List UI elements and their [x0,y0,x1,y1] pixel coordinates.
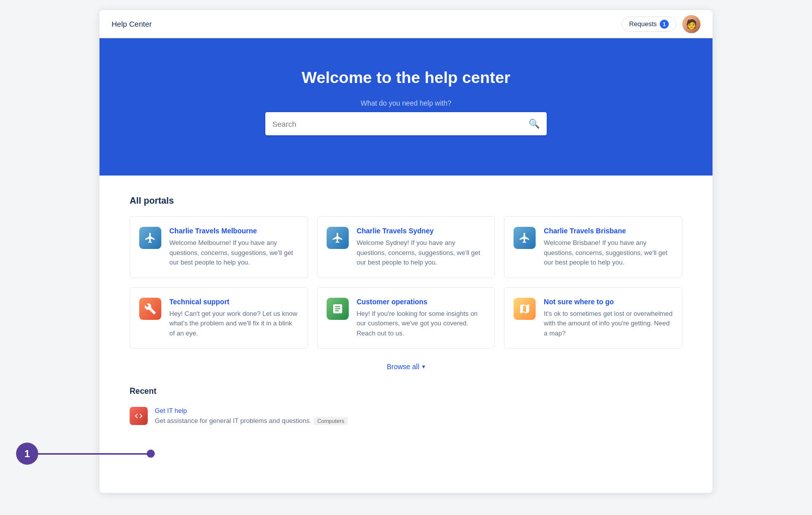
chevron-down-icon: ▾ [422,363,425,370]
hero-title: Welcome to the help center [301,68,511,87]
portal-info-notsure: Not sure where to go It's ok to sometime… [544,298,673,338]
recent-title: Recent [130,387,682,396]
portal-card-melbourne[interactable]: Charlie Travels Melbourne Welcome Melbou… [130,216,308,278]
requests-button[interactable]: Requests 1 [622,17,676,32]
portal-card-brisbane[interactable]: Charlie Travels Brisbane Welcome Brisban… [504,216,682,278]
requests-label: Requests [629,20,657,28]
portal-name-brisbane: Charlie Travels Brisbane [544,227,673,235]
portal-name-melbourne: Charlie Travels Melbourne [169,227,298,235]
site-title: Help Center [112,20,152,28]
portal-info-operations: Customer operations Hey! If you're looki… [357,298,486,338]
recent-item: Get IT help Get assistance for general I… [130,403,682,429]
portal-name-notsure: Not sure where to go [544,298,673,306]
step-line [37,453,148,455]
avatar-image: 🧑 [682,15,700,33]
step-dot [147,450,155,458]
search-box: 🔍 [265,112,547,135]
main-container: Help Center Requests 1 🧑 Welcome to the … [99,10,713,493]
portal-name-technical: Technical support [169,298,298,306]
step-indicator: 1 [16,443,155,465]
portal-desc-notsure: It's ok to sometimes get lost or overwhe… [544,309,673,338]
portal-icon-melbourne [139,227,161,249]
outer-wrapper: Help Center Requests 1 🧑 Welcome to the … [0,0,812,515]
recent-item-desc: Get assistance for general IT problems a… [155,417,312,424]
content-area: All portals Charlie Travels Melbourne We… [99,176,713,449]
portal-icon-operations [327,298,349,320]
portal-desc-technical: Hey! Can't get your work done? Let us kn… [169,309,298,338]
portals-section-title: All portals [130,196,682,206]
portal-icon-brisbane [514,227,536,249]
portal-card-notsure[interactable]: Not sure where to go It's ok to sometime… [504,287,682,349]
portal-desc-sydney: Welcome Sydney! If you have any question… [357,238,486,268]
user-avatar[interactable]: 🧑 [682,15,700,33]
top-nav: Help Center Requests 1 🧑 [99,10,713,38]
portal-icon-technical [139,298,161,320]
hero-banner: Welcome to the help center What do you n… [99,38,713,176]
portal-name-sydney: Charlie Travels Sydney [357,227,486,235]
portals-grid: Charlie Travels Melbourne Welcome Melbou… [130,216,682,349]
search-input[interactable] [272,120,529,128]
portal-card-technical[interactable]: Technical support Hey! Can't get your wo… [130,287,308,349]
portal-desc-melbourne: Welcome Melbourne! If you have any quest… [169,238,298,268]
recent-item-tag: Computers [314,417,348,425]
portal-icon-sydney [327,227,349,249]
browse-all-button[interactable]: Browse all ▾ [130,363,682,371]
portal-info-brisbane: Charlie Travels Brisbane Welcome Brisban… [544,227,673,268]
step-number: 1 [16,443,38,465]
portal-info-sydney: Charlie Travels Sydney Welcome Sydney! I… [357,227,486,268]
recent-item-link[interactable]: Get IT help [155,407,348,414]
portal-desc-operations: Hey! If you're looking for some insights… [357,309,486,338]
recent-item-icon [130,407,148,425]
portal-card-sydney[interactable]: Charlie Travels Sydney Welcome Sydney! I… [317,216,495,278]
nav-right: Requests 1 🧑 [622,15,700,33]
portal-info-technical: Technical support Hey! Can't get your wo… [169,298,298,338]
search-icon: 🔍 [529,118,540,129]
recent-item-info: Get IT help Get assistance for general I… [155,407,348,425]
portal-desc-brisbane: Welcome Brisbane! If you have any questi… [544,238,673,268]
portal-card-operations[interactable]: Customer operations Hey! If you're looki… [317,287,495,349]
hero-subtitle: What do you need help with? [361,99,452,107]
browse-all-label: Browse all [387,363,420,371]
portal-icon-notsure [514,298,536,320]
portal-info-melbourne: Charlie Travels Melbourne Welcome Melbou… [169,227,298,268]
portal-name-operations: Customer operations [357,298,486,306]
requests-badge: 1 [660,20,669,29]
